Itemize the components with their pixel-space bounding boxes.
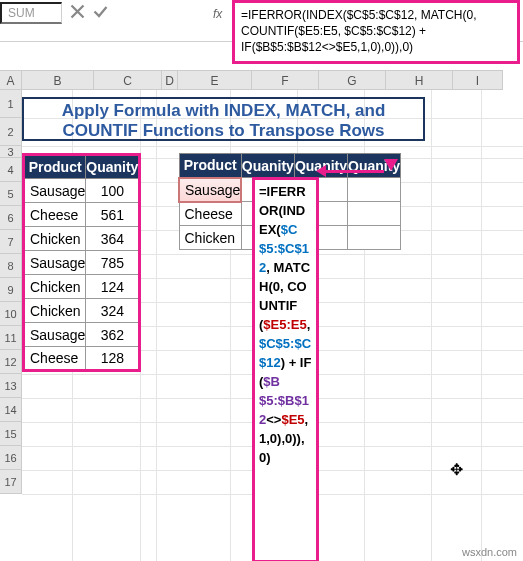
cell[interactable]: 124 [86, 275, 140, 299]
col-header[interactable]: I [453, 71, 503, 89]
cell[interactable]: Chicken [24, 275, 86, 299]
col-header[interactable]: H [386, 71, 453, 89]
row-header[interactable]: 1 [0, 90, 22, 118]
cell[interactable]: Cheese [24, 203, 86, 227]
source-table: ProductQuanity Sausage100Cheese561Chicke… [22, 153, 141, 372]
cell[interactable] [348, 178, 401, 202]
col-header[interactable]: D [162, 71, 178, 89]
col-header[interactable]: B [22, 71, 94, 89]
cell[interactable] [348, 202, 401, 226]
formula-overlay[interactable]: =IFERROR(INDEX($C$5:$C$12, MATCH(0, COUN… [252, 177, 319, 561]
cell[interactable]: Cheese [24, 347, 86, 371]
cell[interactable]: Sausage [179, 178, 241, 202]
th: Product [179, 154, 241, 178]
row-header[interactable]: 11 [0, 326, 22, 350]
name-box[interactable] [0, 2, 62, 24]
formula-text: =IFERROR(INDEX($C$5:$C$12, MATCH(0, COUN… [241, 8, 477, 54]
row-header[interactable]: 6 [0, 206, 22, 230]
th: Quanity [241, 154, 294, 178]
cell[interactable]: Chicken [24, 299, 86, 323]
row-header[interactable]: 7 [0, 230, 22, 254]
cell[interactable]: 561 [86, 203, 140, 227]
cancel-icon[interactable] [70, 4, 85, 19]
row-header[interactable]: 8 [0, 254, 22, 278]
cell[interactable]: Sausage [24, 179, 86, 203]
col-header[interactable]: E [178, 71, 252, 89]
row-header[interactable]: 15 [0, 422, 22, 446]
formula-bar[interactable]: fx =IFERROR(INDEX($C$5:$C$12, MATCH(0, C… [232, 0, 520, 64]
th-product: Product [24, 155, 86, 179]
row-header[interactable]: 5 [0, 182, 22, 206]
cell[interactable]: 100 [86, 179, 140, 203]
row-header[interactable]: 2 [0, 118, 22, 146]
enter-icon[interactable] [93, 4, 108, 19]
page-title: Apply Formula with INDEX, MATCH, and COU… [22, 97, 425, 141]
cell[interactable]: 785 [86, 251, 140, 275]
cell[interactable]: 362 [86, 323, 140, 347]
col-header[interactable]: C [94, 71, 162, 89]
cell[interactable]: Chicken [24, 227, 86, 251]
column-headers: A B C D E F G H I [0, 70, 503, 90]
row-headers: 1234567891011121314151617 [0, 90, 22, 494]
cell[interactable]: Sausage [24, 251, 86, 275]
cell[interactable]: 128 [86, 347, 140, 371]
cell[interactable] [348, 226, 401, 250]
cell[interactable]: Sausage [24, 323, 86, 347]
cell[interactable]: Cheese [179, 202, 241, 226]
cell[interactable]: 364 [86, 227, 140, 251]
arrow-annotation [324, 170, 384, 173]
fx-icon[interactable]: fx [213, 6, 222, 22]
watermark: wsxdn.com [462, 546, 517, 558]
row-header[interactable]: 16 [0, 446, 22, 470]
row-header[interactable]: 9 [0, 278, 22, 302]
cell[interactable]: 324 [86, 299, 140, 323]
row-header[interactable]: 13 [0, 374, 22, 398]
row-header[interactable]: 10 [0, 302, 22, 326]
col-header[interactable]: A [0, 71, 22, 89]
row-header[interactable]: 12 [0, 350, 22, 374]
col-header[interactable]: G [319, 71, 386, 89]
row-header[interactable]: 4 [0, 158, 22, 182]
cursor-icon: ✥ [450, 460, 463, 479]
spreadsheet-grid: A B C D E F G H I 1234567891011121314151… [0, 70, 503, 90]
cell[interactable]: Chicken [179, 226, 241, 250]
col-header[interactable]: F [252, 71, 319, 89]
row-header[interactable]: 17 [0, 470, 22, 494]
row-header[interactable]: 3 [0, 146, 22, 158]
row-header[interactable]: 14 [0, 398, 22, 422]
th-quantity: Quanity [86, 155, 140, 179]
